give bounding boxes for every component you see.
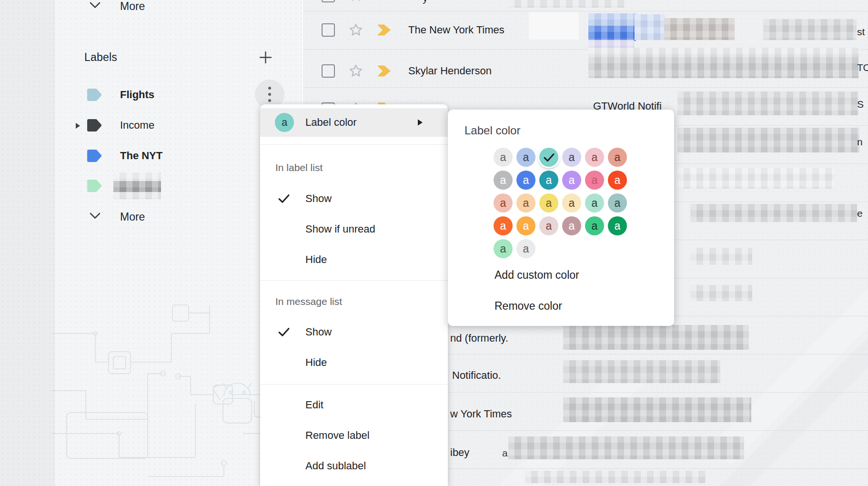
menu-item-show-if-unread[interactable]: Show if unread [260,214,448,244]
importance-marker-icon[interactable] [377,24,391,36]
star-icon[interactable] [348,63,363,79]
label-tag-icon[interactable] [86,179,102,193]
sidebar-more-toggle-top[interactable]: More [120,0,145,13]
remove-color-button[interactable]: Remove color [495,296,562,315]
email-sender: Skylar Henderson [408,65,492,77]
color-swatch[interactable]: a [516,193,535,213]
menu-section-header: In label list [260,152,448,183]
submenu-arrow-icon[interactable] [417,119,423,127]
menu-divider [260,144,448,145]
redacted-blur-block [563,325,749,350]
menu-item-label: Show [305,326,332,338]
importance-marker-icon[interactable] [377,65,391,77]
redacted-blur-block [677,168,835,189]
color-swatch[interactable]: a [562,171,581,190]
email-row-fragment[interactable]: ibey [450,446,469,459]
more-options-icon [268,87,271,90]
color-swatch[interactable]: a [585,171,604,190]
sidebar-label-row[interactable]: Flights [54,80,283,110]
color-swatch[interactable]: a [585,148,604,167]
color-swatch[interactable]: a [608,193,627,213]
label-color-picker: Label color aaaaaaaaaaaaaaaaaaaaaaaaa Ad… [448,110,674,326]
email-row-fragment[interactable]: w York Times [450,408,512,420]
menu-item-label: Label color [305,116,357,129]
redacted-blur-block [635,14,665,40]
menu-item-hide[interactable]: Hide [260,244,448,275]
expand-arrow-icon[interactable] [75,122,81,130]
menu-item-remove-label[interactable]: Remove label [260,420,448,451]
color-swatch[interactable]: a [608,171,627,190]
redacted-label-name [113,172,161,181]
color-picker-title: Label color [464,124,520,137]
color-swatch[interactable]: a [494,239,513,258]
label-tag-icon[interactable] [86,118,102,132]
create-label-button[interactable] [259,51,272,64]
menu-section-header-label: In message list [275,296,342,307]
color-swatch[interactable]: a [608,148,627,167]
clipped-date-fragment: e [857,208,863,219]
menu-item-label: Hide [305,356,327,369]
menu-item-show[interactable]: Show [260,317,448,347]
label-tag-icon[interactable] [86,149,102,163]
color-swatch[interactable]: a [562,193,581,213]
redacted-blur-block [588,26,636,41]
color-swatch[interactable] [539,148,558,167]
label-name: Income [120,119,154,132]
redacted-blur-block [677,128,859,152]
email-sender: The New York Times [408,24,505,36]
sidebar-more-toggle-bottom[interactable]: More [120,211,145,223]
clipped-date-fragment: n [857,136,863,148]
color-swatch[interactable]: a [516,239,535,258]
color-swatch[interactable]: a [585,193,604,213]
label-name: The NYT [120,150,162,162]
color-swatch[interactable]: a [585,216,604,235]
menu-item-label: Show [305,192,332,205]
redacted-blur-block [763,19,857,40]
menu-item-hide[interactable]: Hide [260,347,448,378]
menu-section-header: In message list [260,286,448,317]
label-tag-icon[interactable] [86,88,102,102]
label-context-menu: aLabel colorIn label listShowShow if unr… [260,104,448,486]
color-swatch[interactable]: a [539,216,558,235]
clipped-date-fragment: st [857,26,865,38]
email-row-fragment[interactable]: Notificatio. [452,369,501,382]
color-swatch[interactable]: a [539,193,558,213]
menu-item-edit[interactable]: Edit [260,390,448,420]
redacted-label-name [113,192,161,199]
email-row-fragment[interactable]: nd (formerly. [450,332,508,344]
sidebar-label-row[interactable] [54,171,283,201]
star-icon[interactable] [348,0,363,3]
redacted-blur-block [588,48,860,57]
color-swatch[interactable]: a [562,216,581,235]
chevron-down-icon[interactable] [90,2,101,9]
menu-item-label-color[interactable]: aLabel color [260,107,448,138]
redacted-blur-block [525,471,706,483]
menu-divider [260,384,448,385]
checkbox[interactable] [322,23,335,37]
sidebar-label-row[interactable]: Income [54,110,283,141]
menu-section-header-label: In label list [275,162,323,173]
color-swatch[interactable]: a [608,216,627,235]
add-custom-color-button[interactable]: Add custom color [495,265,579,284]
color-swatch[interactable]: a [494,148,513,167]
label-name: Flights [120,89,154,101]
chevron-down-icon[interactable] [90,213,101,220]
redacted-blur-block [690,285,752,301]
clipped-date-fragment: TO [857,62,868,73]
checkbox[interactable] [322,0,335,2]
menu-item-label: Remove label [305,429,370,442]
checkbox[interactable] [322,64,335,78]
menu-item-add-sublabel[interactable]: Add sublabel [260,451,448,481]
color-swatch[interactable]: a [539,171,558,190]
star-icon[interactable] [348,22,363,38]
color-swatch[interactable]: a [516,171,535,190]
sidebar-label-row[interactable]: The NYT [54,141,283,171]
color-swatch[interactable]: a [562,148,581,167]
color-swatch[interactable]: a [494,171,513,190]
redacted-blur-block [508,436,744,459]
color-swatch[interactable]: a [494,193,513,213]
menu-item-show[interactable]: Show [260,183,448,214]
color-swatch[interactable]: a [516,216,535,235]
color-swatch[interactable]: a [494,216,513,235]
color-swatch[interactable]: a [516,148,535,167]
